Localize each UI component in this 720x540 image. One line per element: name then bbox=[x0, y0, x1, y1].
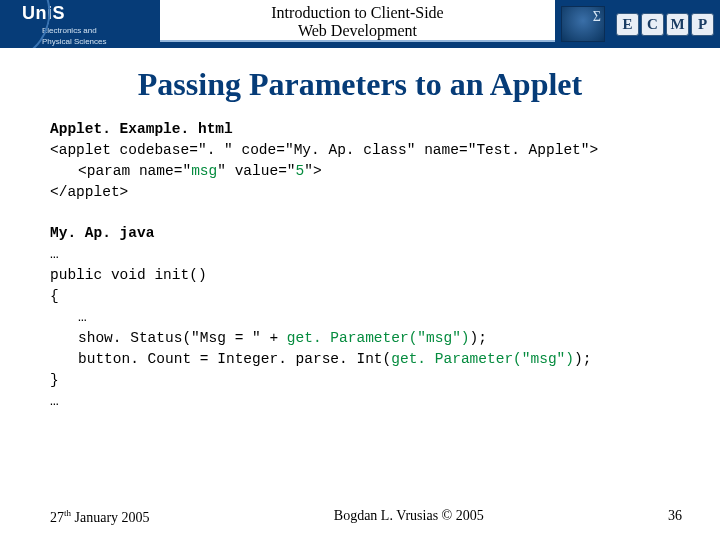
badge-m: M bbox=[666, 13, 689, 36]
footer-author: Bogdan L. Vrusias © 2005 bbox=[334, 508, 484, 526]
slide-header: UniS Electronics and Physical Sciences I… bbox=[0, 0, 720, 48]
code2-l6: button. Count = Integer. parse. Int(get.… bbox=[50, 349, 680, 370]
slide-title: Passing Parameters to an Applet bbox=[0, 66, 720, 103]
badge-c: C bbox=[641, 13, 664, 36]
code1-line3: </applet> bbox=[50, 182, 680, 203]
code2-l1: … bbox=[50, 244, 680, 265]
footer-page: 36 bbox=[668, 508, 682, 526]
course-line-1: Introduction to Client-Side bbox=[160, 4, 555, 22]
badge-e: E bbox=[616, 13, 639, 36]
course-title: Introduction to Client-Side Web Developm… bbox=[160, 0, 555, 42]
dept-thumb-icon: Σ bbox=[561, 6, 605, 42]
badge-p: P bbox=[691, 13, 714, 36]
code2-l2: public void init() bbox=[50, 265, 680, 286]
dept-badges: Σ E C M P bbox=[555, 0, 720, 48]
file-label-2: My. Ap. java bbox=[50, 223, 680, 244]
code2-l4: … bbox=[50, 307, 680, 328]
code1-line2: <param name="msg" value="5"> bbox=[50, 161, 680, 182]
file-label-1: Applet. Example. html bbox=[50, 119, 680, 140]
code2-l5: show. Status("Msg = " + get. Parameter("… bbox=[50, 328, 680, 349]
slide-body: Applet. Example. html <applet codebase="… bbox=[0, 119, 720, 412]
code1-line1: <applet codebase=". " code="My. Ap. clas… bbox=[50, 140, 680, 161]
code2-l3: { bbox=[50, 286, 680, 307]
code2-l7: } bbox=[50, 370, 680, 391]
university-logo: UniS Electronics and Physical Sciences bbox=[0, 0, 160, 48]
slide-footer: 27th January 2005 Bogdan L. Vrusias © 20… bbox=[0, 508, 720, 526]
code2-l8: … bbox=[50, 391, 680, 412]
footer-date: 27th January 2005 bbox=[50, 508, 150, 526]
course-line-2: Web Development bbox=[160, 22, 555, 40]
